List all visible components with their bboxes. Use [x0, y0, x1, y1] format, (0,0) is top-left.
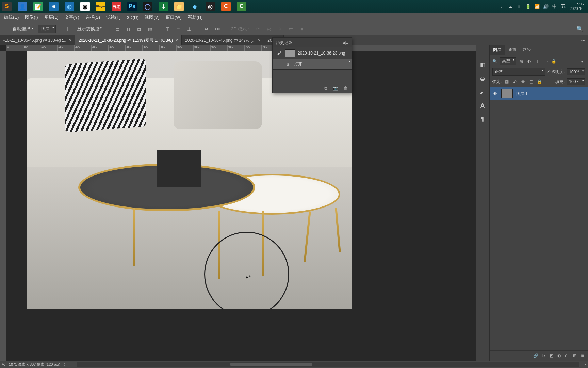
tab-paths[interactable]: 路径	[520, 45, 535, 55]
lock-all-icon[interactable]: 🔒	[536, 79, 542, 85]
tab-channels[interactable]: 通道	[505, 45, 520, 55]
lock-artboard-icon[interactable]: ▢	[528, 79, 534, 85]
lock-position-icon[interactable]: ✥	[520, 79, 526, 85]
taskbar-app-chrome[interactable]: ◉	[80, 2, 90, 11]
strip-paragraph-icon[interactable]: ¶	[478, 115, 487, 123]
close-icon[interactable]: ×	[69, 38, 71, 43]
strip-adjustments-icon[interactable]: ◧	[478, 61, 487, 69]
window-minimize-icon[interactable]: –	[578, 14, 587, 21]
tray-sound-icon[interactable]: 🔊	[543, 4, 549, 9]
tray-battery-icon[interactable]: 🔋	[525, 4, 531, 9]
align-right-icon[interactable]: ▦	[135, 25, 143, 33]
layer-item[interactable]: 👁 图层 1	[490, 87, 588, 100]
auto-select-target[interactable]: 图层	[38, 25, 56, 33]
tray-wifi-icon[interactable]: 📶	[534, 4, 540, 9]
taskbar-app-youdao[interactable]: 有道	[112, 2, 121, 11]
menu-view[interactable]: 视图(V)	[142, 13, 162, 21]
new-fill-adjust-icon[interactable]: ◐	[557, 353, 561, 358]
new-layer-icon[interactable]: ⊞	[573, 353, 576, 358]
layer-mask-icon[interactable]: ◩	[550, 353, 553, 358]
fill-value[interactable]: 100%	[567, 78, 585, 85]
history-step[interactable]: 🗎 打开	[273, 59, 352, 70]
distribute-vcenter-icon[interactable]: ≡	[175, 25, 182, 33]
align-top-icon[interactable]: ▧	[146, 25, 154, 33]
doc-info[interactable]: 1071 像素 x 807 像素 (120 ppi)	[9, 362, 60, 367]
align-left-icon[interactable]: ▤	[114, 25, 121, 33]
taskbar-app-notepad[interactable]: 📝	[33, 2, 43, 11]
new-snapshot-icon[interactable]: 📷	[332, 86, 338, 91]
taskbar-app-user[interactable]: 👤	[18, 2, 27, 11]
taskbar-app-obs[interactable]: ◎	[206, 2, 215, 11]
menu-edit[interactable]: 编辑(E)	[1, 13, 21, 21]
delete-state-icon[interactable]: 🗑	[343, 86, 348, 91]
history-panel-title[interactable]: 历史记录 »|≡	[273, 38, 352, 47]
strip-character-icon[interactable]: A	[478, 102, 487, 110]
doc-info-chevron-icon[interactable]: 〉	[64, 362, 67, 367]
filter-toggle-icon[interactable]: ●	[579, 58, 585, 64]
menu-help[interactable]: 帮助(H)	[185, 13, 206, 21]
auto-select-checkbox[interactable]	[3, 27, 7, 31]
panel-collapse-icon[interactable]: ««	[578, 38, 588, 43]
visibility-eye-icon[interactable]: 👁	[492, 91, 498, 96]
filter-pixel-icon[interactable]: ▧	[518, 58, 524, 64]
tray-ime1[interactable]: 中	[552, 4, 557, 9]
layer-fx-icon[interactable]: fx	[542, 353, 545, 358]
distribute-spacing-icon[interactable]: ⇔	[203, 25, 210, 33]
filter-search-icon[interactable]: 🔍	[492, 59, 497, 64]
history-panel[interactable]: 历史记录 »|≡ 🖌 2020-10-21_10-36-23.png 🗎 打开 …	[272, 37, 352, 93]
doc-tab-3[interactable]: 2020-10-21_10-36-45.png @ 147% (...×	[182, 35, 264, 45]
zoom-percent[interactable]: %	[2, 362, 5, 366]
tray-ime2[interactable]: 五	[561, 4, 566, 9]
menu-select[interactable]: 选择(S)	[83, 13, 103, 21]
taskbar-app-sublime[interactable]: S	[2, 2, 12, 11]
filter-adjust-icon[interactable]: ◐	[526, 58, 532, 64]
history-brush-icon[interactable]: 🖌	[276, 51, 282, 56]
menu-3d[interactable]: 3D(D)	[124, 14, 142, 21]
new-doc-from-state-icon[interactable]: ⧉	[324, 86, 327, 91]
taskbar-app-explorer[interactable]: 📁	[174, 2, 184, 11]
taskbar-app-idm[interactable]: ⬇	[159, 2, 168, 11]
taskbar-app-c4d[interactable]: ◯	[143, 2, 152, 11]
tray-cloud-icon[interactable]: ☁	[508, 4, 513, 9]
ruler-vertical[interactable]	[0, 51, 6, 361]
align-center-h-icon[interactable]: ▥	[125, 25, 132, 33]
layer-thumbnail[interactable]	[501, 89, 513, 98]
tray-mic-icon[interactable]: 🎙	[517, 4, 522, 9]
menu-window[interactable]: 窗口(W)	[163, 13, 184, 21]
horizontal-scrollbar[interactable]	[77, 362, 579, 367]
scroll-right-icon[interactable]: ›	[585, 362, 586, 366]
taskbar-app-camtasia1[interactable]: C	[221, 2, 231, 11]
taskbar-app-browser[interactable]: ◐	[65, 2, 74, 11]
menu-layer[interactable]: 图层(L)	[42, 13, 61, 21]
distribute-bottom-icon[interactable]: ⊥	[185, 25, 193, 33]
tray-chevron-icon[interactable]: ⌄	[499, 4, 504, 9]
strip-properties-icon[interactable]: ≣	[478, 47, 487, 55]
filter-shape-icon[interactable]: ▭	[542, 58, 549, 64]
strip-styles-icon[interactable]: ◒	[478, 74, 487, 82]
taskbar-app-player[interactable]: Player	[96, 2, 105, 11]
menu-image[interactable]: 图像(I)	[22, 13, 40, 21]
taskbar-app-diamond[interactable]: ◆	[190, 2, 199, 11]
opacity-value[interactable]: 100%	[567, 68, 585, 75]
history-snapshot[interactable]: 🖌 2020-10-21_10-36-23.png	[273, 47, 352, 59]
strip-brushes-icon[interactable]: 🖌	[478, 88, 487, 96]
doc-tab-1[interactable]: -10-21_10-35-45.png @ 133%(R...×	[0, 35, 75, 45]
search-icon[interactable]: 🔍	[576, 26, 583, 32]
filter-type-icon[interactable]: T	[534, 58, 540, 64]
doc-tab-2[interactable]: 2020-10-21_10-36-23.png @ 115% (图层 1, RG…	[75, 35, 182, 45]
delete-layer-icon[interactable]: 🗑	[581, 353, 585, 358]
taskbar-app-edge[interactable]: e	[49, 2, 59, 11]
new-group-icon[interactable]: 🗀	[565, 353, 569, 358]
panel-menu-icon[interactable]: »|≡	[343, 41, 348, 45]
layer-name[interactable]: 图层 1	[516, 91, 528, 97]
tab-layers[interactable]: 图层	[490, 45, 505, 55]
more-align-icon[interactable]: •••	[214, 25, 221, 33]
menu-filter[interactable]: 滤镜(T)	[103, 13, 124, 21]
lock-transparency-icon[interactable]: ▩	[504, 79, 510, 85]
link-layers-icon[interactable]: 🔗	[533, 353, 538, 358]
show-transform-checkbox[interactable]	[67, 27, 72, 31]
lock-pixels-icon[interactable]: 🖌	[512, 79, 518, 85]
layer-filter-type[interactable]: 类型	[500, 57, 516, 65]
scroll-left-icon[interactable]: ‹	[71, 362, 72, 366]
menu-type[interactable]: 文字(Y)	[62, 13, 82, 21]
